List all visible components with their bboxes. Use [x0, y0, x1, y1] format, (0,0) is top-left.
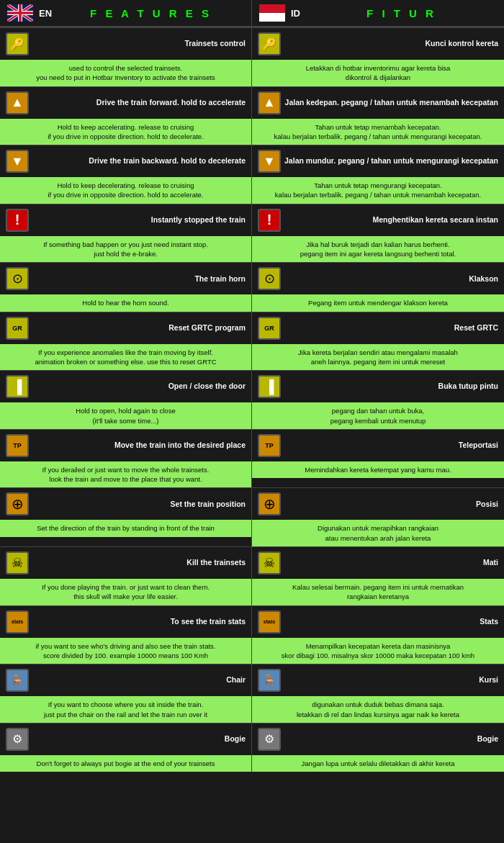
id-feature-header-0: 🔑 Kunci kontrol kereta	[252, 28, 504, 60]
flag-id-icon	[259, 4, 285, 22]
id-feature-4: ⊙ Klakson Pegang item untuk mendengar kl…	[252, 263, 504, 311]
en-feature-header-6: ▐ Open / close the door	[0, 371, 251, 402]
id-feature-header-12: ⚙ Bogie	[252, 723, 504, 755]
feature-row-11: 🪑 Chair If you want to choose where you …	[0, 664, 504, 723]
id-feature-header-5: GR Reset GRTC	[252, 312, 504, 344]
id-feature-header-11: 🪑 Kursi	[252, 664, 504, 696]
header: EN F E A T U R E S ID F I T U R	[0, 0, 504, 27]
en-feature-desc-11: If you want to choose where you sit insi…	[0, 696, 251, 723]
id-feature-title-9: Mati	[281, 558, 498, 568]
id-feature-3: ! Menghentikan kereta secara instan Jika…	[252, 204, 504, 263]
id-feature-desc-9: Kalau selesai bermain. pegang item ini u…	[252, 579, 504, 605]
id-feature-0: 🔑 Kunci kontrol kereta Letakkan di hotba…	[252, 28, 504, 86]
en-feature-header-12: ⚙ Bogie	[0, 723, 251, 755]
en-feature-title-3: Instantly stopped the train	[29, 215, 246, 225]
id-feature-desc-10: Menampilkan kecepatan kereta dan masinis…	[252, 638, 504, 664]
en-feature-title-11: Chair	[29, 675, 246, 685]
feature-row-12: ⚙ Bogie Don't forget to always put bogie…	[0, 723, 504, 772]
en-feature-desc-12: Don't forget to always put bogie at the …	[0, 755, 251, 772]
id-feature-6: ▐ Buka tutup pintu pegang dan tahan untu…	[252, 371, 504, 429]
en-feature-desc-8: Set the direction of the train by standi…	[0, 520, 251, 536]
en-feature-header-2: ▼ Drive the train backward. hold to dece…	[0, 145, 251, 177]
en-feature-9: ☠ Kill the trainsets If you done playing…	[0, 547, 252, 605]
header-en: EN F E A T U R E S	[0, 0, 252, 26]
en-feature-desc-2: Hold to keep decelerating. release to cr…	[0, 177, 251, 204]
en-feature-desc-3: If something bad happen or you just need…	[0, 236, 251, 263]
id-feature-header-8: ⊕ Posisi	[252, 488, 504, 520]
en-feature-header-10: stats To see the train stats	[0, 606, 251, 638]
header-id: ID F I T U R	[252, 0, 504, 26]
id-feature-9: ☠ Mati Kalau selesai bermain. pegang ite…	[252, 547, 504, 605]
id-feature-header-3: ! Menghentikan kereta secara instan	[252, 204, 504, 236]
en-feature-12: ⚙ Bogie Don't forget to always put bogie…	[0, 723, 252, 772]
en-feature-title-1: Drive the train forward. hold to acceler…	[29, 98, 246, 108]
id-feature-desc-6: pegang dan tahan untuk buka,pegang kemba…	[252, 402, 504, 429]
features-title: F E A T U R E S	[58, 7, 244, 19]
id-feature-title-12: Bogie	[281, 734, 498, 744]
en-feature-title-5: Reset GRTC program	[29, 323, 246, 333]
en-feature-header-8: ⊕ Set the train position	[0, 488, 251, 520]
svg-rect-1	[259, 4, 285, 13]
id-feature-header-2: ▼ Jalan mundur. pegang / tahan untuk men…	[252, 145, 504, 177]
id-feature-desc-7: Memindahkan kereta ketempat yang kamu ma…	[252, 461, 504, 478]
en-feature-3: ! Instantly stopped the train If somethi…	[0, 204, 252, 263]
id-feature-header-7: TP Teleportasi	[252, 430, 504, 461]
id-feature-8: ⊕ Posisi Digunakan untuk merapihkan rang…	[252, 488, 504, 546]
en-feature-title-6: Open / close the door	[29, 382, 246, 392]
id-feature-title-5: Reset GRTC	[281, 323, 498, 333]
en-feature-title-0: Trainsets control	[29, 39, 246, 49]
en-feature-header-11: 🪑 Chair	[0, 664, 251, 696]
en-feature-header-9: ☠ Kill the trainsets	[0, 547, 251, 579]
id-feature-title-11: Kursi	[281, 675, 498, 685]
en-feature-title-7: Move the train into the desired place	[29, 441, 246, 451]
id-feature-12: ⚙ Bogie Jangan lupa untuk selalu diletak…	[252, 723, 504, 772]
id-feature-desc-2: Tahan untuk tetap mengurangi kecepatan.k…	[252, 177, 504, 204]
en-feature-header-3: ! Instantly stopped the train	[0, 204, 251, 236]
id-feature-desc-0: Letakkan di hotbar inventorimu agar kere…	[252, 60, 504, 86]
en-feature-0: 🔑 Trainsets control used to control the …	[0, 28, 252, 86]
id-feature-header-9: ☠ Mati	[252, 547, 504, 579]
features-container: 🔑 Trainsets control used to control the …	[0, 27, 504, 772]
feature-row-5: GR Reset GRTC program If you experience …	[0, 312, 504, 371]
feature-row-4: ⊙ The train horn Hold to hear the horn s…	[0, 262, 504, 311]
en-feature-5: GR Reset GRTC program If you experience …	[0, 312, 252, 371]
en-feature-desc-10: if you want to see who's driving and als…	[0, 638, 251, 664]
en-feature-title-12: Bogie	[29, 734, 246, 744]
id-feature-desc-11: digunakan untuk duduk bebas dimana saja.…	[252, 696, 504, 723]
en-feature-desc-1: Hold to keep accelerating. release to cr…	[0, 119, 251, 145]
id-feature-5: GR Reset GRTC Jika kereta berjalan sendi…	[252, 312, 504, 371]
id-feature-title-3: Menghentikan kereta secara instan	[281, 215, 498, 225]
en-feature-header-0: 🔑 Trainsets control	[0, 28, 251, 60]
id-feature-title-8: Posisi	[281, 500, 498, 510]
feature-row-3: ! Instantly stopped the train If somethi…	[0, 204, 504, 263]
en-feature-title-8: Set the train position	[29, 500, 246, 510]
en-feature-header-1: ▲ Drive the train forward. hold to accel…	[0, 87, 251, 119]
feature-row-0: 🔑 Trainsets control used to control the …	[0, 27, 504, 86]
main-container: EN F E A T U R E S ID F I T U R 🔑 Trains…	[0, 0, 504, 772]
en-feature-10: stats To see the train stats if you want…	[0, 606, 252, 664]
en-feature-title-4: The train horn	[29, 274, 246, 284]
id-feature-title-2: Jalan mundur. pegang / tahan untuk mengu…	[281, 156, 498, 166]
feature-row-2: ▼ Drive the train backward. hold to dece…	[0, 145, 504, 204]
en-feature-desc-4: Hold to hear the horn sound.	[0, 294, 251, 311]
svg-rect-2	[259, 13, 285, 22]
feature-row-10: stats To see the train stats if you want…	[0, 605, 504, 664]
en-feature-1: ▲ Drive the train forward. hold to accel…	[0, 87, 252, 145]
feature-row-6: ▐ Open / close the door Hold to open, ho…	[0, 370, 504, 429]
feature-row-8: ⊕ Set the train position Set the directi…	[0, 487, 504, 546]
flag-en-icon	[7, 4, 33, 22]
en-feature-desc-0: used to control the selected trainsets.y…	[0, 60, 251, 86]
id-feature-title-6: Buka tutup pintu	[281, 382, 498, 392]
lang-label-en: EN	[39, 8, 52, 19]
en-feature-6: ▐ Open / close the door Hold to open, ho…	[0, 371, 252, 429]
id-feature-header-10: stats Stats	[252, 606, 504, 638]
en-feature-title-10: To see the train stats	[29, 617, 246, 627]
id-feature-title-7: Teleportasi	[281, 441, 498, 451]
en-feature-desc-5: If you experience anomalies like the tra…	[0, 344, 251, 371]
feature-row-7: TP Move the train into the desired place…	[0, 429, 504, 488]
id-feature-desc-12: Jangan lupa untuk selalu diletakkan di a…	[252, 755, 504, 772]
id-feature-7: TP Teleportasi Memindahkan kereta ketemp…	[252, 430, 504, 488]
en-feature-header-7: TP Move the train into the desired place	[0, 430, 251, 461]
feature-row-9: ☠ Kill the trainsets If you done playing…	[0, 546, 504, 605]
id-feature-desc-3: Jika hal buruk terjadi dan kalian harus …	[252, 236, 504, 263]
